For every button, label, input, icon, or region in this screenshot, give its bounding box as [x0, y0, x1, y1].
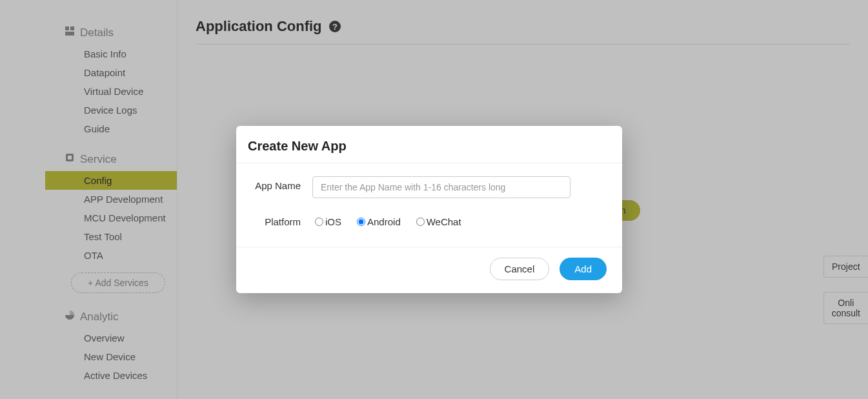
modal-body: App Name Platform iOS Android [236, 163, 622, 247]
add-button[interactable]: Add [560, 258, 607, 280]
app-name-label: App Name [252, 176, 312, 198]
form-row-app-name: App Name [252, 176, 607, 198]
platform-radio-group: iOS Android WeChat [312, 212, 607, 227]
platform-radio-wechat-input[interactable] [416, 218, 425, 226]
modal-footer: Cancel Add [236, 247, 622, 293]
platform-radio-ios[interactable]: iOS [315, 216, 341, 227]
platform-radio-android[interactable]: Android [357, 216, 401, 227]
cancel-button[interactable]: Cancel [490, 258, 550, 280]
platform-radio-android-input[interactable] [357, 218, 365, 226]
app-name-input[interactable] [312, 176, 570, 198]
modal-title: Create New App [248, 139, 607, 154]
platform-label: Platform [252, 212, 312, 229]
platform-radio-wechat[interactable]: WeChat [416, 216, 461, 227]
create-new-app-modal: Create New App App Name Platform iOS And… [236, 126, 622, 293]
platform-radio-ios-input[interactable] [315, 218, 323, 226]
modal-header: Create New App [236, 126, 622, 163]
form-row-platform: Platform iOS Android WeChat [252, 212, 607, 229]
